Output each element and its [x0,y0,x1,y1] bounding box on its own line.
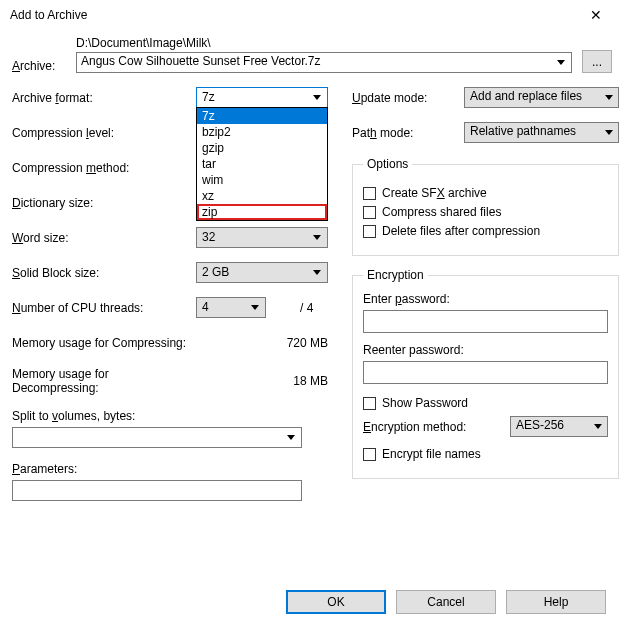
format-option-zip[interactable]: zip [197,204,327,220]
solid-block-combo[interactable]: 2 GB [196,262,328,283]
delete-checkbox[interactable] [363,225,376,238]
enter-password-input[interactable] [363,310,608,333]
dialog-buttons: OK Cancel Help [286,590,606,614]
format-option-tar[interactable]: tar [197,156,327,172]
cpu-threads-total: / 4 [300,301,313,315]
compression-method-label: Compression method: [12,161,196,175]
compression-level-label: Compression level: [12,126,196,140]
update-mode-combo[interactable]: Add and replace files [464,87,619,108]
cancel-button[interactable]: Cancel [396,590,496,614]
archive-format-dropdown[interactable]: 7z bzip2 gzip tar wim xz zip [196,107,328,221]
parameters-label: Parameters: [12,462,328,476]
show-password-label: Show Password [382,396,468,410]
archive-label: Archive: [12,59,66,73]
path-mode-label: Path mode: [352,126,464,140]
titlebar: Add to Archive ✕ [0,0,624,30]
sfx-label: Create SFX archive [382,186,487,200]
archive-format-combo[interactable]: 7z [196,87,328,108]
parameters-input[interactable] [12,480,302,501]
path-mode-combo[interactable]: Relative pathnames [464,122,619,143]
close-icon[interactable]: ✕ [576,7,616,23]
show-password-checkbox[interactable] [363,397,376,410]
shared-label: Compress shared files [382,205,501,219]
solid-block-label: Solid Block size: [12,266,196,280]
cpu-threads-combo[interactable]: 4 [196,297,266,318]
encryption-method-label: Encryption method: [363,420,502,434]
format-option-bzip2[interactable]: bzip2 [197,124,327,140]
cpu-threads-label: Number of CPU threads: [12,301,196,315]
shared-checkbox[interactable] [363,206,376,219]
sfx-checkbox[interactable] [363,187,376,200]
archive-filename-combo[interactable]: Angus Cow Silhouette Sunset Free Vector.… [76,52,572,73]
mem-compress-value: 720 MB [196,336,328,350]
encrypt-names-label: Encrypt file names [382,447,481,461]
split-volumes-label: Split to volumes, bytes: [12,409,328,423]
options-legend: Options [363,157,412,171]
word-size-label: Word size: [12,231,196,245]
mem-compress-label: Memory usage for Compressing: [12,336,196,350]
encryption-group: Encryption Enter password: Reenter passw… [352,268,619,479]
options-group: Options Create SFX archive Compress shar… [352,157,619,256]
word-size-combo[interactable]: 32 [196,227,328,248]
update-mode-label: Update mode: [352,91,464,105]
window-title: Add to Archive [10,8,576,22]
format-option-xz[interactable]: xz [197,188,327,204]
mem-decompress-label: Memory usage for Decompressing: [12,367,196,395]
reenter-password-label: Reenter password: [363,343,608,357]
split-volumes-combo[interactable] [12,427,302,448]
format-option-wim[interactable]: wim [197,172,327,188]
dictionary-size-label: Dictionary size: [12,196,196,210]
encryption-method-combo[interactable]: AES-256 [510,416,608,437]
reenter-password-input[interactable] [363,361,608,384]
archive-path: D:\Document\Image\Milk\ [76,36,572,50]
archive-filename: Angus Cow Silhouette Sunset Free Vector.… [81,54,320,68]
format-option-gzip[interactable]: gzip [197,140,327,156]
browse-button[interactable]: ... [582,50,612,73]
encrypt-names-checkbox[interactable] [363,448,376,461]
ok-button[interactable]: OK [286,590,386,614]
help-button[interactable]: Help [506,590,606,614]
enter-password-label: Enter password: [363,292,608,306]
mem-decompress-value: 18 MB [196,374,328,388]
encryption-legend: Encryption [363,268,428,282]
format-option-7z[interactable]: 7z [197,108,327,124]
archive-format-label: Archive format: [12,91,196,105]
delete-label: Delete files after compression [382,224,540,238]
